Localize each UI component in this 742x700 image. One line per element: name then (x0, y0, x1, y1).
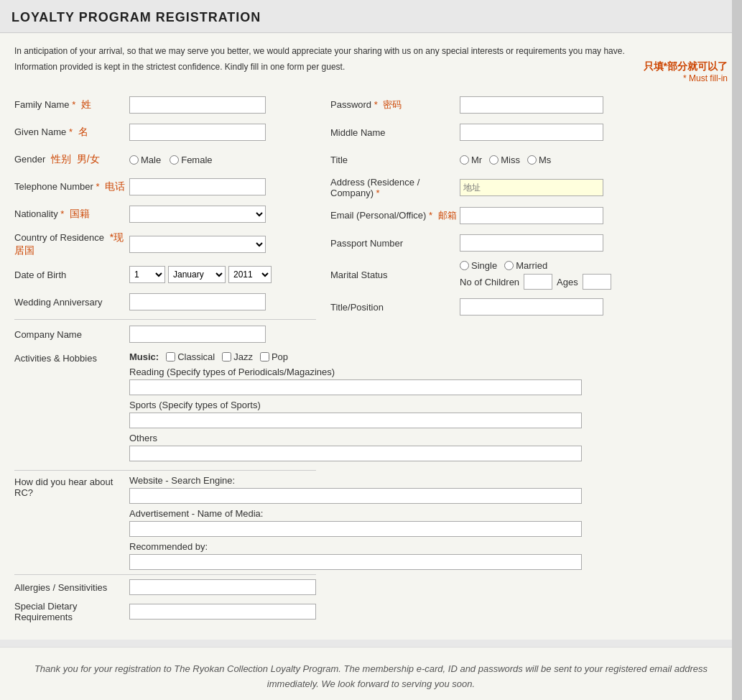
thankyou-text: Thank you for your registration to The R… (14, 662, 728, 692)
password-label: Password * 密码 (330, 98, 460, 111)
family-name-input[interactable] (129, 96, 266, 114)
single-radio[interactable] (460, 261, 469, 270)
middle-name-input[interactable] (460, 124, 603, 141)
title-row: Title Mr Miss Ms (330, 149, 728, 170)
intro-text-1: In anticipation of your arrival, so that… (14, 45, 728, 57)
single-radio-label[interactable]: Single (460, 260, 497, 271)
miss-radio[interactable] (489, 155, 498, 165)
header: LOYALTY PROGRAM REGISTRATION (0, 0, 742, 33)
gender-row: Gender 性别 男/女 Male Female (14, 149, 316, 170)
female-radio[interactable] (170, 155, 179, 165)
male-radio-label[interactable]: Male (129, 155, 161, 165)
password-input[interactable] (460, 96, 603, 114)
company-row: Company Name (14, 324, 316, 344)
male-radio[interactable] (129, 155, 139, 165)
allergies-label: Allergies / Sensitivities (14, 582, 129, 593)
dob-day-select[interactable]: 12345 678910 1112131415 1617181920 21222… (129, 266, 165, 283)
pop-checkbox-label[interactable]: Pop (260, 351, 288, 362)
how-label: How did you hear about RC? (14, 475, 129, 498)
country-row: Country of Residence *现居国 China USA UK J… (14, 231, 316, 257)
email-input[interactable] (460, 207, 603, 224)
dietary-row: Special Dietary Requirements (14, 601, 316, 622)
jazz-checkbox[interactable] (222, 352, 231, 361)
dob-month-select[interactable]: JanuaryFebruaryMarchApril MayJuneJulyAug… (168, 266, 226, 283)
marital-row: Marital Status Single Married (330, 260, 728, 290)
company-input[interactable] (129, 326, 266, 343)
ages-input[interactable] (583, 274, 611, 290)
nationality-row: Nationality * 国籍 Chinese American Britis… (14, 204, 316, 224)
right-column: Password * 密码 Middle Name Title (330, 95, 728, 628)
activities-label: Activities & Hobbies (14, 351, 129, 364)
ages-label: Ages (557, 277, 578, 287)
passport-input[interactable] (460, 234, 603, 252)
middle-name-label: Middle Name (330, 127, 460, 138)
no-children-input[interactable] (524, 274, 552, 290)
password-row: Password * 密码 (330, 95, 728, 115)
dietary-input[interactable] (129, 604, 316, 620)
nationality-label: Nationality * 国籍 (14, 208, 129, 221)
married-radio-label[interactable]: Married (504, 260, 547, 271)
no-children-label: No of Children (460, 277, 519, 287)
country-label: Country of Residence *现居国 (14, 231, 129, 257)
ms-radio-label[interactable]: Ms (527, 155, 551, 165)
given-name-row: Given Name * 名 (14, 122, 316, 142)
female-radio-label[interactable]: Female (170, 155, 212, 165)
marital-radio-group: Single Married (460, 260, 611, 271)
page-container: LOYALTY PROGRAM REGISTRATION In anticipa… (0, 0, 742, 700)
classical-checkbox-label[interactable]: Classical (166, 351, 215, 362)
how-row: How did you hear about RC? Website - Sea… (14, 475, 316, 570)
gender-radio-group: Male Female (129, 155, 213, 165)
marital-label: Marital Status (330, 270, 460, 280)
title-radio-group: Mr Miss Ms (460, 155, 551, 165)
dob-selects: 12345 678910 1112131415 1617181920 21222… (129, 266, 272, 283)
family-name-row: Family Name * 姓 (14, 95, 316, 115)
title-position-row: Title/Position (330, 297, 728, 317)
title-position-input[interactable] (460, 298, 603, 316)
music-label: Music: (129, 351, 159, 362)
company-label: Company Name (14, 329, 129, 340)
allergies-input[interactable] (129, 579, 316, 595)
classical-checkbox[interactable] (166, 352, 175, 361)
nationality-select[interactable]: Chinese American British Japanese French (129, 206, 266, 223)
gender-label: Gender 性别 男/女 (14, 153, 129, 166)
pop-checkbox[interactable] (260, 352, 269, 361)
address-row: Address (Residence / Company) * (330, 177, 728, 198)
form-section: Family Name * 姓 Given Name * 名 (14, 95, 728, 628)
mr-radio-label[interactable]: Mr (460, 155, 482, 165)
telephone-row: Telephone Number * 电话 (14, 177, 316, 197)
dietary-label: Special Dietary Requirements (14, 601, 129, 622)
miss-radio-label[interactable]: Miss (489, 155, 520, 165)
scrollbar (732, 0, 742, 700)
mr-radio[interactable] (460, 155, 469, 165)
must-fill: * Must fill-in (644, 73, 728, 83)
wedding-input[interactable] (129, 293, 266, 310)
given-name-input[interactable] (129, 124, 266, 141)
chinese-note: 只填*部分就可以了 (644, 60, 728, 73)
married-radio[interactable] (504, 261, 514, 270)
title-position-label: Title/Position (330, 302, 460, 313)
jazz-checkbox-label[interactable]: Jazz (222, 351, 253, 362)
country-select[interactable]: China USA UK Japan France (129, 236, 266, 253)
left-column: Family Name * 姓 Given Name * 名 (14, 95, 316, 628)
children-row: No of Children Ages (460, 274, 611, 290)
activities-row: Activities & Hobbies Music: Classical (14, 351, 316, 466)
given-name-label: Given Name * 名 (14, 126, 129, 139)
allergies-row: Allergies / Sensitivities (14, 579, 316, 595)
email-row: Email (Personal/Office) * 邮箱 (330, 206, 728, 226)
thankyou-section: Thank you for your registration to The R… (0, 647, 742, 700)
address-input[interactable] (460, 179, 603, 196)
passport-row: Passport Number (330, 233, 728, 253)
dob-row: Date of Birth 12345 678910 1112131415 16… (14, 264, 316, 285)
address-label: Address (Residence / Company) * (330, 177, 460, 198)
wedding-label: Wedding Anniversary (14, 297, 129, 308)
intro-text-2: Information provided is kept in the stri… (14, 60, 345, 73)
middle-name-row: Middle Name (330, 122, 728, 142)
dob-year-select[interactable]: 2011201020092008 2007200620052000 199519… (228, 266, 272, 283)
content-area: In anticipation of your arrival, so that… (0, 33, 742, 640)
title-label: Title (330, 155, 460, 165)
wedding-row: Wedding Anniversary (14, 292, 316, 312)
page-title: LOYALTY PROGRAM REGISTRATION (11, 10, 731, 25)
ms-radio[interactable] (527, 155, 537, 165)
telephone-input[interactable] (129, 178, 266, 195)
marital-content: Single Married No of Children Ages (460, 260, 611, 290)
